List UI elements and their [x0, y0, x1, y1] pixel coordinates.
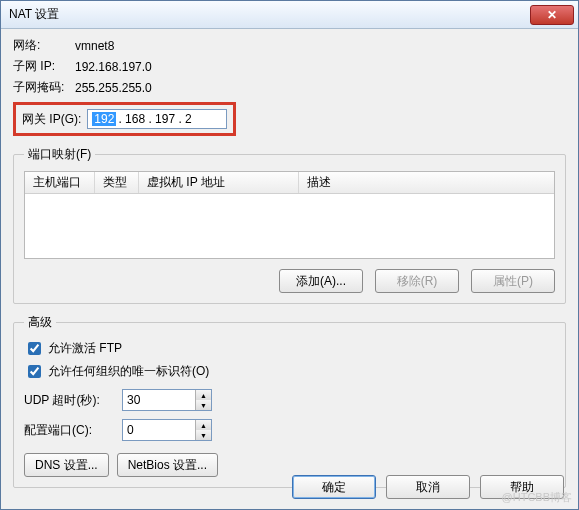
col-type[interactable]: 类型	[95, 172, 139, 193]
config-port-input[interactable]	[123, 420, 195, 440]
subnet-mask-value: 255.255.255.0	[75, 81, 152, 95]
port-down-icon[interactable]: ▼	[196, 430, 211, 440]
udp-up-icon[interactable]: ▲	[196, 390, 211, 400]
col-host-port[interactable]: 主机端口	[25, 172, 95, 193]
help-button[interactable]: 帮助	[480, 475, 564, 499]
close-button[interactable]: ✕	[530, 5, 574, 25]
ftp-checkbox[interactable]	[28, 342, 41, 355]
port-up-icon[interactable]: ▲	[196, 420, 211, 430]
advanced-legend: 高级	[24, 314, 56, 331]
col-description[interactable]: 描述	[299, 172, 554, 193]
network-label: 网络:	[13, 37, 75, 54]
titlebar: NAT 设置 ✕	[1, 1, 578, 29]
config-port-spinner[interactable]: ▲ ▼	[122, 419, 212, 441]
udp-timeout-spinner[interactable]: ▲ ▼	[122, 389, 212, 411]
ok-button[interactable]: 确定	[292, 475, 376, 499]
udp-timeout-label: UDP 超时(秒):	[24, 392, 114, 409]
ftp-checkbox-label: 允许激活 FTP	[48, 340, 122, 357]
udp-timeout-input[interactable]	[123, 390, 195, 410]
gateway-label: 网关 IP(G):	[22, 111, 81, 128]
oui-checkbox[interactable]	[28, 365, 41, 378]
properties-button[interactable]: 属性(P)	[471, 269, 555, 293]
remove-button[interactable]: 移除(R)	[375, 269, 459, 293]
port-forwarding-table[interactable]: 主机端口 类型 虚拟机 IP 地址 描述	[24, 171, 555, 259]
cancel-button[interactable]: 取消	[386, 475, 470, 499]
subnet-ip-label: 子网 IP:	[13, 58, 75, 75]
port-forwarding-legend: 端口映射(F)	[24, 146, 95, 163]
gateway-ip-rest: . 168 . 197 . 2	[116, 112, 191, 126]
ftp-checkbox-row[interactable]: 允许激活 FTP	[24, 339, 555, 358]
dns-settings-button[interactable]: DNS 设置...	[24, 453, 109, 477]
add-button[interactable]: 添加(A)...	[279, 269, 363, 293]
udp-down-icon[interactable]: ▼	[196, 400, 211, 410]
subnet-mask-label: 子网掩码:	[13, 79, 75, 96]
config-port-label: 配置端口(C):	[24, 422, 114, 439]
netbios-settings-button[interactable]: NetBios 设置...	[117, 453, 218, 477]
gateway-ip-input[interactable]: 192 . 168 . 197 . 2	[87, 109, 227, 129]
gateway-ip-selected-octet: 192	[92, 112, 116, 126]
oui-checkbox-label: 允许任何组织的唯一标识符(O)	[48, 363, 209, 380]
close-icon: ✕	[547, 8, 557, 22]
port-forwarding-group: 端口映射(F) 主机端口 类型 虚拟机 IP 地址 描述 添加(A)... 移除…	[13, 146, 566, 304]
oui-checkbox-row[interactable]: 允许任何组织的唯一标识符(O)	[24, 362, 555, 381]
network-value: vmnet8	[75, 39, 114, 53]
advanced-group: 高级 允许激活 FTP 允许任何组织的唯一标识符(O) UDP 超时(秒): ▲…	[13, 314, 566, 488]
window-title: NAT 设置	[9, 6, 530, 23]
nat-settings-dialog: NAT 设置 ✕ 网络: vmnet8 子网 IP: 192.168.197.0…	[0, 0, 579, 510]
gateway-highlight: 网关 IP(G): 192 . 168 . 197 . 2	[13, 102, 236, 136]
subnet-ip-value: 192.168.197.0	[75, 60, 152, 74]
col-vm-ip[interactable]: 虚拟机 IP 地址	[139, 172, 299, 193]
